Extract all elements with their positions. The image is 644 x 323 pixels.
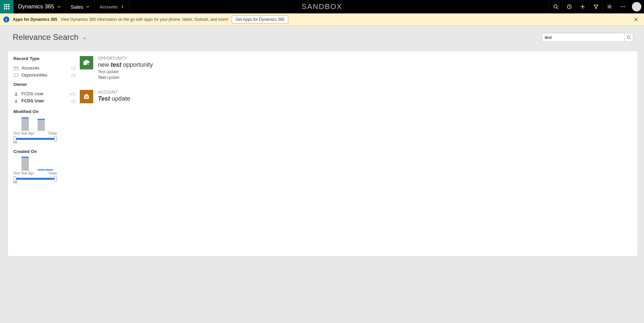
result-type-label: OPPORTUNITY — [98, 56, 153, 61]
facet-label: Accounts — [21, 65, 39, 70]
svg-rect-2 — [8, 4, 9, 5]
svg-rect-22 — [16, 67, 16, 68]
advanced-find-button[interactable] — [589, 0, 602, 13]
breadcrumb[interactable]: Accounts — [95, 0, 129, 13]
svg-rect-3 — [4, 6, 5, 7]
svg-rect-31 — [84, 95, 89, 99]
svg-rect-23 — [17, 67, 17, 68]
svg-line-10 — [557, 8, 558, 9]
slider-handle-right[interactable] — [54, 176, 57, 181]
search-content: Record Type Accounts (1) Opportunities (… — [8, 51, 637, 256]
svg-rect-0 — [4, 4, 5, 5]
facet-record-type-heading: Record Type — [13, 56, 76, 61]
chevron-down-icon — [86, 5, 90, 9]
svg-point-17 — [624, 6, 625, 7]
slider-handle-left[interactable] — [13, 176, 16, 181]
account-icon — [80, 90, 93, 103]
person-icon — [13, 99, 19, 103]
svg-rect-6 — [4, 8, 5, 9]
app-launcher-button[interactable] — [0, 0, 13, 13]
svg-rect-20 — [14, 67, 18, 70]
result-snippet: Test update Test update — [98, 69, 153, 80]
global-nav: Dynamics 365 Sales Accounts SANDBOX — [0, 0, 644, 13]
slider-handle-right[interactable] — [54, 136, 57, 142]
svg-rect-34 — [85, 97, 88, 98]
svg-rect-4 — [6, 6, 7, 7]
chevron-down-icon — [57, 5, 61, 9]
search-result-opportunity[interactable]: OPPORTUNITY new test opportunity Test up… — [80, 56, 635, 80]
facet-record-opportunities[interactable]: Opportunities (1) — [13, 71, 76, 78]
info-banner: i Apps for Dynamics 365 View Dynamics 36… — [0, 13, 644, 26]
svg-point-26 — [15, 99, 17, 101]
range-start-label: One Year Ago — [13, 171, 34, 175]
svg-point-14 — [608, 6, 610, 8]
facet-count: (1) — [71, 73, 76, 77]
environment-label: SANDBOX — [302, 0, 343, 13]
svg-rect-32 — [85, 94, 88, 95]
breadcrumb-label: Accounts — [100, 4, 117, 9]
facet-count: (1) — [71, 99, 76, 103]
facet-label: Opportunities — [21, 72, 47, 77]
range-end-label: Today — [48, 171, 57, 175]
facet-label: FCDS User — [21, 91, 44, 96]
svg-point-25 — [15, 92, 17, 94]
chevron-right-icon — [120, 5, 124, 9]
building-icon — [13, 66, 19, 70]
facet-owner-row[interactable]: FCDS User --(1) — [13, 90, 76, 97]
chevron-down-icon — [83, 36, 86, 41]
facet-record-accounts[interactable]: Accounts (1) — [13, 64, 76, 71]
result-title: Test update — [98, 95, 130, 102]
search-results: OPPORTUNITY new test opportunity Test up… — [78, 51, 637, 256]
modified-on-range-slider[interactable] — [15, 138, 56, 140]
facet-label: FCDS User — [21, 98, 44, 103]
facet-owner-row[interactable]: FCDS User (1) — [13, 97, 76, 104]
banner-close-button[interactable] — [631, 16, 641, 23]
more-commands-button[interactable] — [616, 0, 629, 13]
created-on-histogram: One Year Ago Today All — [13, 157, 57, 184]
range-start-label: One Year Ago — [13, 131, 34, 135]
svg-point-9 — [554, 5, 557, 8]
facet-count: (1) — [71, 66, 76, 70]
settings-button[interactable] — [602, 0, 616, 13]
range-end-label: Today — [48, 131, 57, 135]
result-title: new test opportunity — [98, 61, 153, 68]
svg-line-19 — [630, 38, 631, 39]
person-icon — [13, 92, 19, 96]
rect-icon — [13, 73, 19, 77]
svg-rect-28 — [85, 60, 88, 61]
slider-handle-left[interactable] — [13, 136, 16, 142]
user-avatar[interactable] — [632, 2, 641, 11]
info-icon: i — [3, 16, 9, 22]
svg-rect-21 — [15, 67, 15, 68]
svg-rect-33 — [85, 96, 88, 97]
area-name: Sales — [71, 4, 83, 10]
search-header: Relevance Search — [0, 26, 644, 51]
svg-rect-8 — [8, 8, 9, 9]
svg-point-16 — [622, 6, 623, 7]
svg-rect-24 — [14, 74, 18, 76]
svg-point-18 — [627, 36, 630, 38]
range-all-label: All — [13, 141, 57, 144]
recent-items-button[interactable] — [562, 0, 576, 13]
opportunity-icon — [80, 56, 93, 69]
range-all-label: All — [13, 180, 57, 184]
banner-description: View Dynamics 365 information on the go … — [61, 17, 229, 22]
area-switcher[interactable]: Sales — [66, 0, 95, 13]
quick-create-button[interactable] — [576, 0, 589, 13]
global-search-button[interactable] — [549, 0, 562, 13]
facet-owner-heading: Owner — [13, 82, 76, 87]
facet-created-heading: Created On — [13, 149, 76, 154]
result-type-label: ACCOUNT — [98, 90, 130, 95]
get-apps-button[interactable]: Get Apps for Dynamics 365 — [232, 15, 288, 23]
svg-rect-7 — [6, 8, 7, 9]
svg-rect-1 — [6, 4, 7, 5]
search-input[interactable] — [542, 33, 625, 42]
search-submit-button[interactable] — [625, 33, 633, 42]
facet-sidebar: Record Type Accounts (1) Opportunities (… — [8, 51, 78, 256]
banner-title: Apps for Dynamics 365 — [13, 17, 57, 22]
product-name: Dynamics 365 — [18, 3, 54, 10]
product-switcher[interactable]: Dynamics 365 — [13, 0, 66, 13]
created-on-range-slider[interactable] — [15, 178, 56, 180]
page-title[interactable]: Relevance Search — [13, 33, 86, 42]
search-result-account[interactable]: ACCOUNT Test update — [80, 90, 635, 103]
